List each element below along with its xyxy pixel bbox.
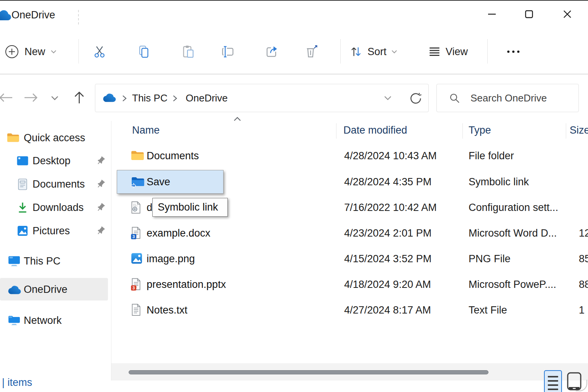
ellipsis-icon <box>506 49 521 54</box>
onedrive-cloud-icon <box>7 285 22 297</box>
horizontal-scrollbar-track[interactable] <box>111 363 588 381</box>
view-lines-icon <box>428 45 441 58</box>
sidebar-item-network[interactable]: Network <box>0 310 110 332</box>
tab-separator <box>78 10 79 24</box>
sidebar-item-onedrive[interactable]: OneDrive <box>0 279 110 301</box>
image-file-icon <box>131 252 143 266</box>
more-options-button[interactable] <box>503 40 524 63</box>
forward-button[interactable] <box>24 92 38 105</box>
file-size: 1 <box>579 304 585 316</box>
view-button[interactable]: View <box>428 40 478 63</box>
file-type: PNG File <box>469 253 511 265</box>
pin-icon <box>96 203 106 214</box>
share-button[interactable] <box>261 40 283 63</box>
copy-button[interactable] <box>133 40 154 63</box>
refresh-button[interactable] <box>409 92 422 106</box>
file-date: 4/23/2024 2:01 PM <box>344 227 431 239</box>
new-button[interactable]: New <box>3 40 68 63</box>
chevron-down-icon <box>391 50 397 54</box>
sidebar-item-label: Quick access <box>24 132 85 144</box>
sidebar-item-label: OneDrive <box>24 284 67 296</box>
breadcrumb-onedrive[interactable]: OneDrive <box>186 92 228 104</box>
tooltip-symbolic-link: Symbolic link <box>152 198 228 217</box>
config-file-icon <box>131 201 141 216</box>
sidebar-item-this-pc[interactable]: This PC <box>0 250 110 273</box>
horizontal-scrollbar-thumb[interactable] <box>129 370 488 374</box>
network-icon <box>8 314 21 328</box>
computer-icon <box>8 255 21 268</box>
file-name: d <box>147 201 152 214</box>
search-box[interactable] <box>436 84 579 112</box>
column-separator[interactable] <box>566 123 566 139</box>
sidebar-item-pictures[interactable]: Pictures <box>0 220 110 242</box>
text-file-icon <box>131 304 141 318</box>
file-type: File folder <box>469 150 514 162</box>
file-type: Microsoft PoweP.... <box>469 278 556 291</box>
maximize-button[interactable] <box>520 5 538 23</box>
up-button[interactable] <box>73 91 85 106</box>
column-header-type[interactable]: Type <box>469 124 491 136</box>
toolbar-separator <box>340 39 341 64</box>
file-name: Notes.txt <box>147 304 188 316</box>
recent-locations-button[interactable] <box>51 95 59 102</box>
maximize-icon <box>526 11 532 18</box>
column-header-size[interactable]: Size <box>570 124 588 136</box>
file-date: 4/28/2024 10:43 AM <box>344 150 437 162</box>
column-header-date-modified[interactable]: Date modified <box>343 124 407 136</box>
file-explorer-window: OneDrive New Sort View <box>0 0 588 392</box>
powerpoint-document-icon: 3 <box>131 278 141 292</box>
sidebar-item-documents[interactable]: Documents <box>0 173 110 196</box>
sidebar-item-downloads[interactable]: Downloads <box>0 197 110 219</box>
sidebar-item-desktop[interactable]: Desktop <box>0 150 110 172</box>
file-name: Documents <box>147 150 199 162</box>
word-badge-glyph: 3 <box>132 234 135 239</box>
table-row-save[interactable]: Save 4/28/2024 4:35 PM Symbolic link <box>111 170 588 195</box>
table-row-example-docx[interactable]: 3 example.docx 4/23/2024 2:01 PM Microso… <box>111 221 588 246</box>
rename-icon <box>221 45 235 59</box>
search-input[interactable] <box>470 84 574 112</box>
sidebar-item-quick-access[interactable]: Quick access <box>0 127 110 149</box>
toolbar-separator <box>487 39 488 64</box>
file-size: 12 <box>579 227 588 239</box>
sidebar-item-label: Desktop <box>33 155 70 167</box>
status-bar-items-count: | items <box>2 377 32 389</box>
cut-button[interactable] <box>89 40 110 63</box>
pin-icon <box>96 156 106 167</box>
column-header-name[interactable]: Name <box>132 124 160 136</box>
details-view-button[interactable] <box>544 370 562 392</box>
table-row-image-png[interactable]: image.png 4/15/2024 3:52 PM PNG File 85 <box>111 247 588 272</box>
onedrive-cloud-icon <box>102 93 117 105</box>
breadcrumb-this-pc[interactable]: This PC <box>132 92 167 104</box>
sort-ascending-icon <box>234 116 241 123</box>
delete-button[interactable] <box>301 40 322 63</box>
table-row-notes-txt[interactable]: Notes.txt 4/27/2024 8:17 AM Text File 1 <box>111 298 588 323</box>
file-type: Microsoft Word D... <box>469 227 557 239</box>
sort-button[interactable]: Sort <box>349 40 412 63</box>
file-name: image.png <box>147 253 195 265</box>
column-separator[interactable] <box>462 123 463 139</box>
paste-button[interactable] <box>178 40 199 63</box>
table-row-documents[interactable]: Documents 4/28/2024 10:43 AM File folder <box>111 144 588 169</box>
desktop-icon <box>16 155 29 168</box>
pin-icon <box>96 226 106 237</box>
file-size: 85 <box>579 253 588 265</box>
back-arrow-icon <box>0 92 13 103</box>
back-button[interactable] <box>0 92 13 105</box>
file-type: Text File <box>469 304 507 316</box>
clipped-count-glyph: | <box>2 377 5 388</box>
sidebar-item-label: This PC <box>24 255 60 267</box>
minimize-button[interactable] <box>483 5 501 23</box>
address-bar[interactable]: This PC OneDrive <box>95 84 429 112</box>
table-row-presentation-pptx[interactable]: 3 presentation.pptx 4/18/2024 9:20 AM Mi… <box>111 272 588 297</box>
sidebar-item-label: Documents <box>33 178 85 190</box>
rename-button[interactable] <box>217 40 238 63</box>
document-icon <box>17 178 28 192</box>
column-separator[interactable] <box>336 123 336 139</box>
forward-arrow-icon <box>24 92 38 103</box>
tab-onedrive[interactable]: OneDrive <box>11 9 55 21</box>
items-label: items <box>8 377 33 388</box>
breadcrumb-chevron-icon <box>122 95 127 103</box>
close-button[interactable] <box>558 5 577 23</box>
address-dropdown-button[interactable] <box>384 95 392 102</box>
chevron-down-icon <box>384 96 392 101</box>
